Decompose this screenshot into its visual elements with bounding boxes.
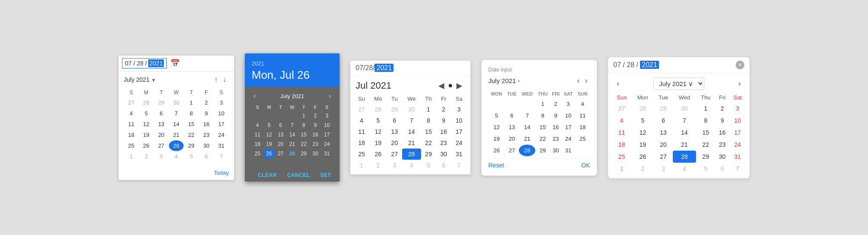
cal5-day[interactable]: 15 bbox=[696, 127, 715, 139]
cal5-day[interactable]: 9 bbox=[715, 114, 729, 127]
cal2-day[interactable]: 27 bbox=[275, 149, 287, 158]
cal2-day[interactable]: 29 bbox=[298, 149, 309, 158]
cal5-day[interactable]: 6 bbox=[654, 114, 673, 127]
cal2-day[interactable]: 3 bbox=[321, 111, 333, 121]
cal4-day[interactable]: 4 bbox=[575, 98, 590, 110]
cal1-day[interactable]: 20 bbox=[154, 130, 169, 140]
cal2-day[interactable]: 8 bbox=[298, 121, 309, 130]
cal5-day[interactable]: 4 bbox=[612, 114, 632, 127]
cal5-day[interactable]: 5 bbox=[632, 114, 654, 127]
cal5-day[interactable]: 13 bbox=[654, 127, 673, 139]
cal5-day[interactable]: 10 bbox=[729, 114, 746, 127]
cal3-day[interactable]: 7 bbox=[402, 115, 421, 126]
cal4-day[interactable]: 9 bbox=[550, 110, 561, 121]
cal3-day[interactable]: 27 bbox=[387, 148, 402, 160]
cal3-day[interactable]: 5 bbox=[421, 160, 436, 171]
cal5-day[interactable]: 12 bbox=[632, 127, 654, 139]
cal3-prev-btn[interactable]: ◀ bbox=[436, 80, 447, 91]
cal5-day[interactable]: 31 bbox=[729, 151, 746, 163]
cal5-day[interactable]: 3 bbox=[729, 102, 746, 114]
cal2-day[interactable]: 12 bbox=[263, 130, 275, 139]
cal1-day[interactable]: 24 bbox=[214, 130, 229, 140]
cal4-day[interactable]: 15 bbox=[535, 121, 550, 133]
cal1-day[interactable]: 8 bbox=[184, 108, 199, 119]
cal2-day[interactable]: 13 bbox=[275, 130, 287, 139]
cal4-day[interactable]: 2 bbox=[550, 98, 561, 110]
cal5-day-selected[interactable]: 28 bbox=[673, 151, 696, 163]
cal1-next-btn[interactable]: ↓ bbox=[220, 75, 229, 84]
cal2-day[interactable] bbox=[252, 111, 263, 121]
cal2-day[interactable]: 10 bbox=[321, 121, 333, 130]
cal2-day[interactable]: 25 bbox=[252, 149, 263, 158]
cal5-day[interactable]: 18 bbox=[612, 139, 632, 151]
cal2-day[interactable]: 6 bbox=[275, 121, 287, 130]
cal2-day[interactable]: 7 bbox=[287, 121, 298, 130]
cal5-day[interactable]: 6 bbox=[715, 163, 729, 175]
cal5-day[interactable]: 20 bbox=[654, 139, 673, 151]
cal3-day[interactable]: 26 bbox=[369, 148, 387, 160]
cal3-day[interactable]: 24 bbox=[451, 137, 467, 148]
cal3-day[interactable]: 25 bbox=[354, 148, 369, 160]
cal3-day[interactable]: 13 bbox=[387, 126, 402, 137]
cal4-day[interactable]: 14 bbox=[519, 121, 535, 133]
cal4-day[interactable]: 29 bbox=[535, 145, 550, 156]
cal3-day[interactable]: 1 bbox=[421, 104, 436, 115]
cal1-day[interactable]: 7 bbox=[214, 151, 229, 162]
cal3-day[interactable]: 8 bbox=[421, 115, 436, 126]
cal3-day[interactable]: 29 bbox=[421, 148, 436, 160]
cal2-day[interactable]: 1 bbox=[298, 111, 309, 121]
cal2-day[interactable]: 9 bbox=[309, 121, 321, 130]
cal2-day[interactable]: 30 bbox=[309, 149, 321, 158]
cal2-day[interactable]: 14 bbox=[287, 130, 298, 139]
cal3-day[interactable]: 30 bbox=[402, 104, 421, 115]
cal1-day[interactable]: 12 bbox=[139, 119, 154, 130]
cal5-day[interactable]: 7 bbox=[673, 114, 696, 127]
cal1-day[interactable]: 1 bbox=[184, 97, 199, 108]
cal2-day[interactable]: 5 bbox=[263, 121, 275, 130]
cal1-day[interactable]: 16 bbox=[199, 119, 214, 130]
cal3-day[interactable]: 5 bbox=[369, 115, 387, 126]
cal3-day[interactable]: 29 bbox=[387, 104, 402, 115]
cal4-day[interactable]: 6 bbox=[505, 110, 519, 121]
cal5-day[interactable]: 30 bbox=[715, 151, 729, 163]
cal1-date-input[interactable]: 07 / 28 / 2021 bbox=[122, 58, 167, 68]
cal5-day[interactable]: 8 bbox=[696, 114, 715, 127]
cal1-day[interactable]: 17 bbox=[214, 119, 229, 130]
cal5-day[interactable]: 3 bbox=[654, 163, 673, 175]
cal1-day[interactable]: 22 bbox=[184, 130, 199, 140]
cal1-day[interactable]: 4 bbox=[124, 108, 139, 119]
cal1-day[interactable]: 27 bbox=[154, 140, 169, 151]
cal2-day[interactable] bbox=[275, 111, 287, 121]
cal4-day[interactable]: 27 bbox=[505, 145, 519, 156]
cal3-day[interactable]: 20 bbox=[387, 137, 402, 148]
cal5-day[interactable]: 5 bbox=[696, 163, 715, 175]
cal3-day[interactable]: 19 bbox=[369, 137, 387, 148]
cal2-day-today[interactable]: 26 bbox=[263, 149, 275, 158]
cal5-day[interactable]: 1 bbox=[612, 163, 632, 175]
cal5-day[interactable]: 1 bbox=[696, 102, 715, 114]
cal4-day[interactable]: 11 bbox=[575, 110, 590, 121]
cal1-day[interactable]: 14 bbox=[169, 119, 184, 130]
cal5-day[interactable]: 19 bbox=[632, 139, 654, 151]
cal1-day[interactable]: 9 bbox=[199, 108, 214, 119]
cal3-day[interactable]: 22 bbox=[421, 137, 436, 148]
cal4-day[interactable]: 5 bbox=[488, 110, 505, 121]
cal5-day[interactable]: 24 bbox=[729, 139, 746, 151]
cal2-day[interactable] bbox=[287, 111, 298, 121]
cal1-day[interactable]: 28 bbox=[139, 97, 154, 108]
cal3-day[interactable]: 30 bbox=[436, 148, 451, 160]
cal3-day[interactable]: 6 bbox=[387, 115, 402, 126]
cal5-day[interactable]: 23 bbox=[715, 139, 729, 151]
cal4-prev-btn[interactable]: ‹ bbox=[575, 75, 582, 86]
cal1-prev-btn[interactable]: ↑ bbox=[212, 75, 220, 84]
cal3-day[interactable]: 15 bbox=[421, 126, 436, 137]
cal1-day[interactable]: 3 bbox=[154, 151, 169, 162]
cal2-day[interactable]: 31 bbox=[321, 149, 333, 158]
cal4-day[interactable]: 19 bbox=[488, 133, 505, 145]
cal1-day[interactable]: 7 bbox=[169, 108, 184, 119]
cal1-day[interactable]: 6 bbox=[154, 108, 169, 119]
cal1-day[interactable]: 29 bbox=[184, 140, 199, 151]
cal4-day[interactable]: 22 bbox=[535, 133, 550, 145]
cal2-day-highlighted[interactable]: 28 bbox=[287, 149, 298, 158]
cal2-set-button[interactable]: SET bbox=[318, 169, 333, 182]
